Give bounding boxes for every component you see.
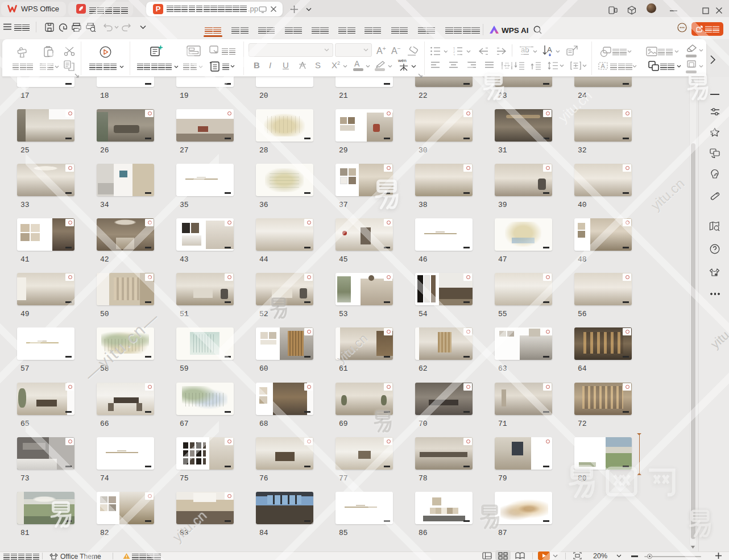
svg-text:A: A <box>547 45 552 54</box>
svg-text:A: A <box>601 63 606 69</box>
svg-text:3: 3 <box>453 53 455 56</box>
